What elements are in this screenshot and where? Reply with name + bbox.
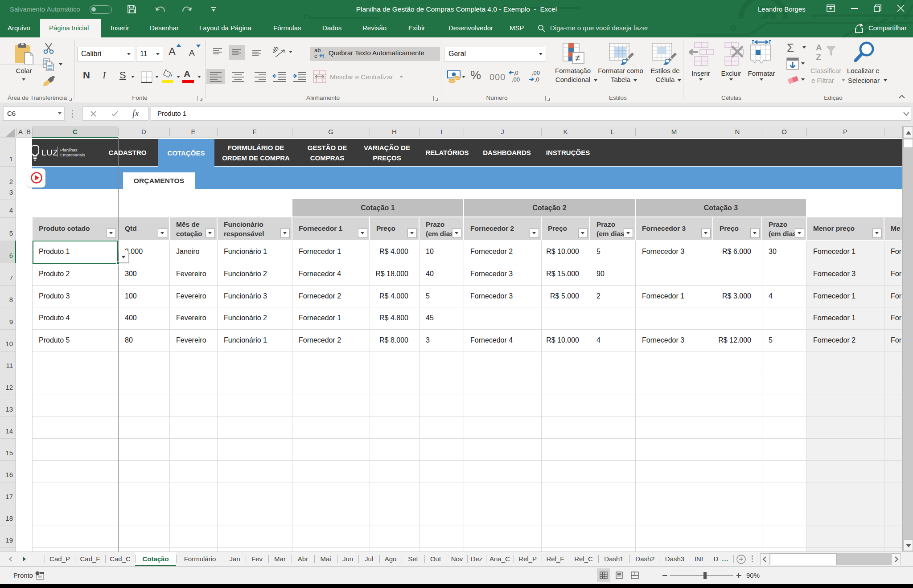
- svg-text:ab: ab: [273, 46, 280, 54]
- svg-text:,00: ,00: [512, 76, 520, 83]
- svg-text:c: c: [314, 53, 317, 59]
- svg-text:≠: ≠: [575, 53, 580, 63]
- svg-text:,00: ,00: [532, 69, 540, 76]
- svg-text:,0: ,0: [514, 69, 518, 76]
- svg-text:,0: ,0: [535, 76, 539, 83]
